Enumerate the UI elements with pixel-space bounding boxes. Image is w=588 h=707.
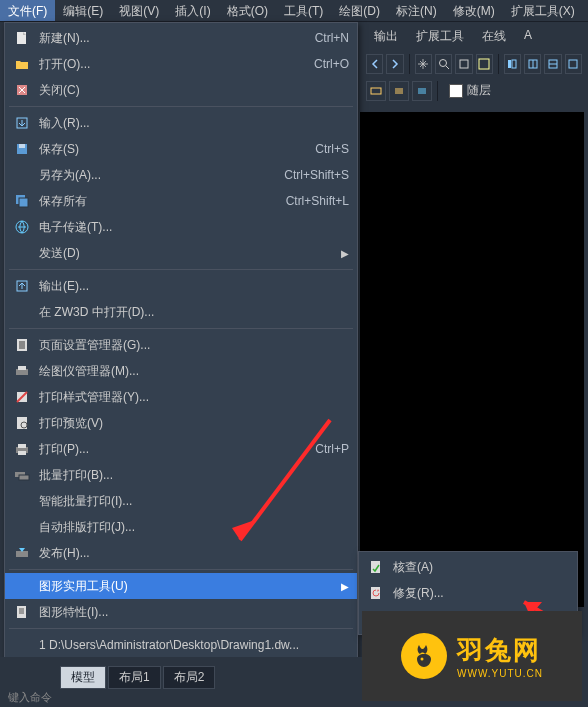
menu-plot-style[interactable]: 打印样式管理器(Y)...	[5, 384, 357, 410]
bunny-icon	[401, 633, 447, 679]
recover-icon	[365, 585, 387, 601]
drawing-canvas[interactable]	[360, 112, 584, 607]
menu-label: 保存(S)	[33, 141, 303, 158]
layer-selector[interactable]: 随层	[443, 80, 497, 101]
tab-output[interactable]: 输出	[366, 26, 406, 47]
menu-format[interactable]: 格式(O)	[219, 0, 276, 21]
menu-recent-file-1[interactable]: 1 D:\Users\Administrator\Desktop\Drawing…	[5, 632, 357, 658]
shortcut: Ctrl+Shift+L	[274, 194, 349, 208]
menu-insert[interactable]: 插入(I)	[167, 0, 218, 21]
shortcut: Ctrl+S	[303, 142, 349, 156]
menu-import[interactable]: 输入(R)...	[5, 110, 357, 136]
toolbar-area: 输出 扩展工具 在线 A 随层	[360, 22, 588, 112]
panel-1-icon[interactable]	[504, 54, 521, 74]
separator	[9, 106, 353, 107]
menu-saveas[interactable]: 另存为(A)... Ctrl+Shift+S	[5, 162, 357, 188]
menu-close[interactable]: 关闭(C)	[5, 77, 357, 103]
plotter-icon	[11, 363, 33, 379]
menu-export[interactable]: 输出(E)...	[5, 273, 357, 299]
file-dropdown: 新建(N)... Ctrl+N 打开(O)... Ctrl+O 关闭(C) 输入…	[4, 22, 358, 694]
menu-drawing-properties[interactable]: 图形特性(I)...	[5, 599, 357, 625]
svg-rect-2	[479, 59, 489, 69]
tab-model[interactable]: 模型	[60, 666, 106, 689]
menu-saveall[interactable]: 保存所有 Ctrl+Shift+L	[5, 188, 357, 214]
save-icon	[11, 141, 33, 157]
panel-2-icon[interactable]	[524, 54, 541, 74]
svg-rect-21	[19, 341, 25, 349]
submenu-audit[interactable]: 核查(A)	[359, 554, 577, 580]
menu-label: 打印样式管理器(Y)...	[33, 389, 349, 406]
shortcut: Ctrl+Shift+S	[272, 168, 349, 182]
menu-file[interactable]: 文件(F)	[0, 0, 55, 21]
menu-etransmit[interactable]: 电子传递(T)...	[5, 214, 357, 240]
menu-plotter-manager[interactable]: 绘图仪管理器(M)...	[5, 358, 357, 384]
svg-rect-3	[508, 60, 511, 68]
zoom-window-icon[interactable]	[455, 54, 472, 74]
layer-color-swatch	[449, 84, 463, 98]
shortcut: Ctrl+N	[303, 31, 349, 45]
menu-label: 1 D:\Users\Administrator\Desktop\Drawing…	[33, 638, 349, 652]
menu-print-preview[interactable]: 打印预览(V)	[5, 410, 357, 436]
nav-right-icon[interactable]	[386, 54, 403, 74]
nav-left-icon[interactable]	[366, 54, 383, 74]
menu-label: 图形特性(I)...	[33, 604, 349, 621]
svg-rect-28	[18, 444, 26, 448]
layer-icon-3[interactable]	[412, 81, 432, 101]
menu-annotate[interactable]: 标注(N)	[388, 0, 445, 21]
svg-rect-29	[18, 451, 26, 455]
menu-label: 保存所有	[33, 193, 274, 210]
menu-open[interactable]: 打开(O)... Ctrl+O	[5, 51, 357, 77]
import-icon	[11, 115, 33, 131]
tab-layout1[interactable]: 布局1	[108, 666, 161, 689]
layer-icon-1[interactable]	[366, 81, 386, 101]
menu-modify[interactable]: 修改(M)	[445, 0, 503, 21]
zoom-icon[interactable]	[435, 54, 452, 74]
page-setup-icon	[11, 337, 33, 353]
layer-icon-2[interactable]	[389, 81, 409, 101]
menu-draw[interactable]: 绘图(D)	[331, 0, 388, 21]
submenu-arrow-icon: ▶	[337, 581, 349, 592]
print-icon	[11, 441, 33, 457]
menu-label: 关闭(C)	[33, 82, 349, 99]
menu-new[interactable]: 新建(N)... Ctrl+N	[5, 25, 357, 51]
menu-batch-print[interactable]: 批量打印(B)...	[5, 462, 357, 488]
secondary-tabs: 输出 扩展工具 在线 A	[360, 22, 588, 51]
tab-layout2[interactable]: 布局2	[163, 666, 216, 689]
export-icon	[11, 278, 33, 294]
menu-print[interactable]: 打印(P)... Ctrl+P	[5, 436, 357, 462]
audit-icon	[365, 559, 387, 575]
menu-extensions[interactable]: 扩展工具(X)	[503, 0, 583, 21]
zoom-extent-icon[interactable]	[476, 54, 493, 74]
submenu-arrow-icon: ▶	[337, 248, 349, 259]
menu-edit[interactable]: 编辑(E)	[55, 0, 111, 21]
panel-4-icon[interactable]	[565, 54, 582, 74]
menu-label: 批量打印(B)...	[33, 467, 349, 484]
logo-url: WWW.YUTU.CN	[457, 668, 543, 679]
menu-label: 输入(R)...	[33, 115, 349, 132]
command-line[interactable]: 键入命令	[8, 690, 52, 705]
watermark-logo: 羽兔网 WWW.YUTU.CN	[362, 611, 582, 701]
tab-app[interactable]: A	[516, 26, 540, 47]
menu-send[interactable]: 发送(D) ▶	[5, 240, 357, 266]
separator	[437, 81, 438, 101]
menu-auto-layout-print[interactable]: 自动排版打印(J)...	[5, 514, 357, 540]
menu-publish[interactable]: 发布(H)...	[5, 540, 357, 566]
menu-view[interactable]: 视图(V)	[111, 0, 167, 21]
separator	[9, 628, 353, 629]
tab-online[interactable]: 在线	[474, 26, 514, 47]
submenu-recover[interactable]: 修复(R)...	[359, 580, 577, 606]
tab-ext[interactable]: 扩展工具	[408, 26, 472, 47]
etransmit-icon	[11, 219, 33, 235]
separator	[9, 569, 353, 570]
svg-point-0	[439, 60, 446, 67]
menu-smart-batch-print[interactable]: 智能批量打印(I)...	[5, 488, 357, 514]
menu-open-in-zw3d[interactable]: 在 ZW3D 中打开(D)...	[5, 299, 357, 325]
pan-icon[interactable]	[415, 54, 432, 74]
panel-3-icon[interactable]	[544, 54, 561, 74]
menu-tools[interactable]: 工具(T)	[276, 0, 331, 21]
menu-label: 图形实用工具(U)	[33, 578, 337, 595]
toolbar-layer: 随层	[360, 77, 588, 104]
menu-page-setup[interactable]: 页面设置管理器(G)...	[5, 332, 357, 358]
menu-save[interactable]: 保存(S) Ctrl+S	[5, 136, 357, 162]
menu-drawing-utilities[interactable]: 图形实用工具(U) ▶	[5, 573, 357, 599]
